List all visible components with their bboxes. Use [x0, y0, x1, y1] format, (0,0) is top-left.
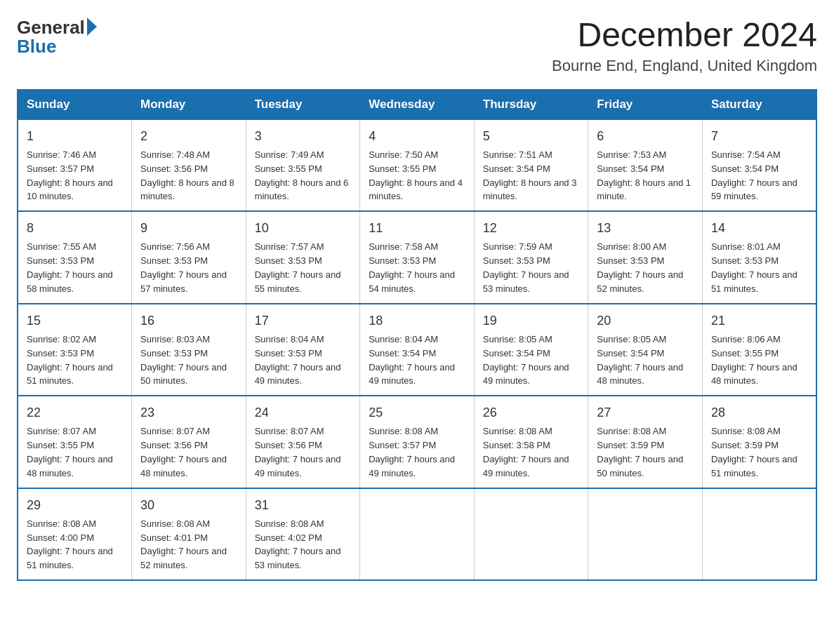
calendar-cell: 17Sunrise: 8:04 AMSunset: 3:53 PMDayligh… — [246, 304, 360, 396]
day-info: Sunrise: 7:59 AMSunset: 3:53 PMDaylight:… — [483, 241, 569, 294]
calendar-week-row-4: 22Sunrise: 8:07 AMSunset: 3:55 PMDayligh… — [18, 396, 816, 488]
day-number: 12 — [483, 219, 580, 237]
day-info: Sunrise: 7:58 AMSunset: 3:53 PMDaylight:… — [369, 241, 455, 294]
calendar-cell: 23Sunrise: 8:07 AMSunset: 3:56 PMDayligh… — [132, 396, 246, 488]
day-number: 13 — [597, 219, 694, 237]
calendar-cell: 21Sunrise: 8:06 AMSunset: 3:55 PMDayligh… — [702, 304, 816, 396]
day-number: 16 — [140, 311, 237, 330]
calendar-cell: 13Sunrise: 8:00 AMSunset: 3:53 PMDayligh… — [588, 211, 703, 303]
calendar-week-row-5: 29Sunrise: 8:08 AMSunset: 4:00 PMDayligh… — [18, 488, 816, 580]
calendar-cell: 4Sunrise: 7:50 AMSunset: 3:55 PMDaylight… — [360, 119, 475, 211]
day-info: Sunrise: 8:05 AMSunset: 3:54 PMDaylight:… — [483, 334, 569, 387]
calendar-cell: 8Sunrise: 7:55 AMSunset: 3:53 PMDaylight… — [18, 211, 132, 303]
day-number: 5 — [483, 127, 580, 145]
calendar-cell: 25Sunrise: 8:08 AMSunset: 3:57 PMDayligh… — [360, 396, 475, 488]
day-number: 2 — [140, 127, 237, 145]
day-info: Sunrise: 7:57 AMSunset: 3:53 PMDaylight:… — [255, 241, 341, 294]
calendar-cell: 11Sunrise: 7:58 AMSunset: 3:53 PMDayligh… — [360, 211, 475, 303]
day-info: Sunrise: 7:56 AMSunset: 3:53 PMDaylight:… — [140, 241, 227, 294]
day-info: Sunrise: 7:54 AMSunset: 3:54 PMDaylight:… — [711, 149, 797, 202]
day-info: Sunrise: 8:08 AMSunset: 3:59 PMDaylight:… — [597, 426, 683, 478]
calendar-cell: 7Sunrise: 7:54 AMSunset: 3:54 PMDaylight… — [702, 119, 816, 211]
day-number: 25 — [369, 403, 465, 422]
calendar-cell: 9Sunrise: 7:56 AMSunset: 3:53 PMDaylight… — [132, 211, 246, 303]
day-info: Sunrise: 7:50 AMSunset: 3:55 PMDaylight:… — [369, 149, 463, 202]
calendar-table: Sunday Monday Tuesday Wednesday Thursday… — [17, 89, 817, 581]
day-info: Sunrise: 8:02 AMSunset: 3:53 PMDaylight:… — [27, 334, 113, 387]
day-info: Sunrise: 7:51 AMSunset: 3:54 PMDaylight:… — [483, 149, 577, 202]
calendar-cell: 28Sunrise: 8:08 AMSunset: 3:59 PMDayligh… — [702, 396, 816, 488]
day-number: 9 — [140, 219, 237, 237]
title-section: December 2024 Bourne End, England, Unite… — [552, 17, 817, 75]
day-number: 8 — [27, 219, 123, 237]
day-info: Sunrise: 8:06 AMSunset: 3:55 PMDaylight:… — [711, 334, 797, 387]
calendar-cell: 5Sunrise: 7:51 AMSunset: 3:54 PMDaylight… — [474, 119, 588, 211]
calendar-cell: 1Sunrise: 7:46 AMSunset: 3:57 PMDaylight… — [18, 119, 132, 211]
day-info: Sunrise: 8:08 AMSunset: 4:02 PMDaylight:… — [255, 518, 341, 571]
day-info: Sunrise: 8:04 AMSunset: 3:54 PMDaylight:… — [369, 334, 455, 387]
calendar-cell: 19Sunrise: 8:05 AMSunset: 3:54 PMDayligh… — [474, 304, 588, 396]
day-number: 24 — [255, 403, 352, 422]
day-info: Sunrise: 7:46 AMSunset: 3:57 PMDaylight:… — [27, 149, 113, 202]
day-number: 14 — [711, 219, 807, 237]
calendar-cell: 18Sunrise: 8:04 AMSunset: 3:54 PMDayligh… — [360, 304, 475, 396]
col-monday: Monday — [132, 90, 246, 119]
calendar-cell: 29Sunrise: 8:08 AMSunset: 4:00 PMDayligh… — [18, 488, 132, 580]
col-saturday: Saturday — [702, 90, 816, 119]
calendar-week-row-2: 8Sunrise: 7:55 AMSunset: 3:53 PMDaylight… — [18, 211, 816, 303]
day-number: 15 — [27, 311, 123, 330]
day-info: Sunrise: 8:07 AMSunset: 3:56 PMDaylight:… — [140, 426, 227, 478]
day-info: Sunrise: 8:07 AMSunset: 3:56 PMDaylight:… — [255, 426, 341, 478]
page-header: General Blue December 2024 Bourne End, E… — [17, 17, 817, 75]
calendar-cell: 10Sunrise: 7:57 AMSunset: 3:53 PMDayligh… — [246, 211, 360, 303]
day-info: Sunrise: 8:01 AMSunset: 3:53 PMDaylight:… — [711, 241, 797, 294]
day-number: 7 — [711, 127, 807, 145]
day-info: Sunrise: 8:08 AMSunset: 3:57 PMDaylight:… — [369, 426, 455, 478]
col-wednesday: Wednesday — [360, 90, 475, 119]
calendar-cell: 6Sunrise: 7:53 AMSunset: 3:54 PMDaylight… — [588, 119, 703, 211]
calendar-cell: 20Sunrise: 8:05 AMSunset: 3:54 PMDayligh… — [588, 304, 703, 396]
col-tuesday: Tuesday — [246, 90, 360, 119]
calendar-header-row: Sunday Monday Tuesday Wednesday Thursday… — [18, 90, 816, 119]
calendar-cell: 27Sunrise: 8:08 AMSunset: 3:59 PMDayligh… — [588, 396, 703, 488]
day-number: 3 — [255, 127, 352, 145]
day-number: 22 — [27, 403, 123, 422]
logo-arrow-icon — [87, 18, 97, 36]
logo: General Blue — [17, 17, 97, 58]
day-number: 27 — [597, 403, 694, 422]
calendar-week-row-3: 15Sunrise: 8:02 AMSunset: 3:53 PMDayligh… — [18, 304, 816, 396]
day-info: Sunrise: 7:55 AMSunset: 3:53 PMDaylight:… — [27, 241, 113, 294]
col-sunday: Sunday — [18, 90, 132, 119]
day-number: 11 — [369, 219, 465, 237]
day-number: 18 — [369, 311, 465, 330]
calendar-cell: 24Sunrise: 8:07 AMSunset: 3:56 PMDayligh… — [246, 396, 360, 488]
day-number: 21 — [711, 311, 807, 330]
day-number: 10 — [255, 219, 352, 237]
day-info: Sunrise: 8:08 AMSunset: 3:59 PMDaylight:… — [711, 426, 797, 478]
day-number: 28 — [711, 403, 807, 422]
calendar-cell: 2Sunrise: 7:48 AMSunset: 3:56 PMDaylight… — [132, 119, 246, 211]
calendar-cell: 22Sunrise: 8:07 AMSunset: 3:55 PMDayligh… — [18, 396, 132, 488]
calendar-cell: 16Sunrise: 8:03 AMSunset: 3:53 PMDayligh… — [132, 304, 246, 396]
calendar-cell — [360, 488, 475, 580]
location-text: Bourne End, England, United Kingdom — [552, 57, 817, 75]
calendar-cell — [474, 488, 588, 580]
day-info: Sunrise: 8:04 AMSunset: 3:53 PMDaylight:… — [255, 334, 341, 387]
calendar-week-row-1: 1Sunrise: 7:46 AMSunset: 3:57 PMDaylight… — [18, 119, 816, 211]
day-info: Sunrise: 8:08 AMSunset: 3:58 PMDaylight:… — [483, 426, 569, 478]
day-info: Sunrise: 8:03 AMSunset: 3:53 PMDaylight:… — [140, 334, 227, 387]
col-thursday: Thursday — [474, 90, 588, 119]
calendar-cell: 3Sunrise: 7:49 AMSunset: 3:55 PMDaylight… — [246, 119, 360, 211]
calendar-cell — [702, 488, 816, 580]
day-info: Sunrise: 7:48 AMSunset: 3:56 PMDaylight:… — [140, 149, 234, 202]
day-number: 20 — [597, 311, 694, 330]
day-info: Sunrise: 7:49 AMSunset: 3:55 PMDaylight:… — [255, 149, 349, 202]
day-number: 4 — [369, 127, 465, 145]
day-number: 30 — [140, 496, 237, 514]
day-number: 19 — [483, 311, 580, 330]
day-info: Sunrise: 8:07 AMSunset: 3:55 PMDaylight:… — [27, 426, 113, 478]
col-friday: Friday — [588, 90, 703, 119]
calendar-cell — [588, 488, 703, 580]
day-info: Sunrise: 8:08 AMSunset: 4:00 PMDaylight:… — [27, 518, 113, 571]
day-number: 6 — [597, 127, 694, 145]
